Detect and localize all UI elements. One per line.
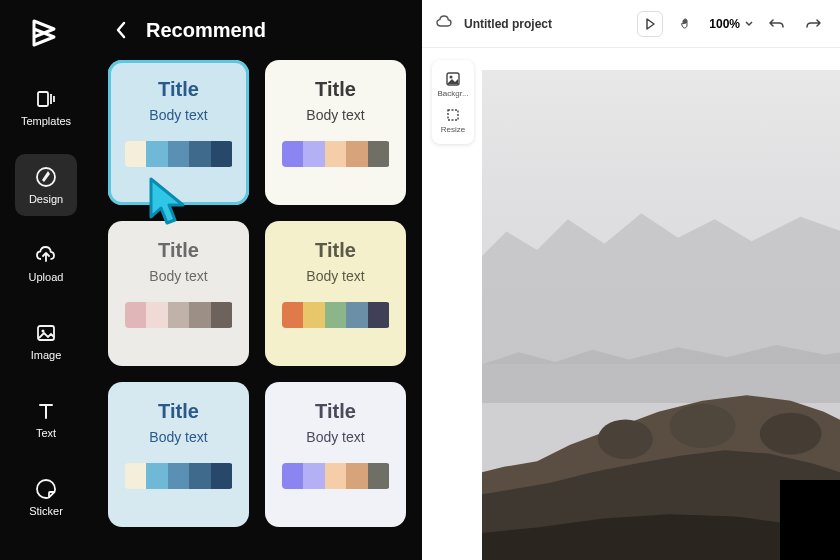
chevron-left-icon (114, 20, 128, 40)
project-title[interactable]: Untitled project (464, 17, 552, 31)
swatch (325, 463, 347, 489)
swatch-row (125, 302, 233, 328)
resize-tool[interactable]: Resize (435, 102, 471, 138)
background-tool[interactable]: Backgr... (435, 66, 471, 102)
rail-item-image[interactable]: Image (15, 310, 77, 372)
swatch (303, 141, 325, 167)
card-title: Title (158, 400, 199, 423)
swatch-row (282, 141, 390, 167)
card-body-text: Body text (149, 268, 207, 284)
undo-button[interactable] (764, 11, 790, 37)
swatch-row (125, 463, 233, 489)
swatch (368, 302, 390, 328)
swatch (146, 141, 168, 167)
zoom-control[interactable]: 100% (709, 17, 754, 31)
rail-item-sticker[interactable]: Sticker (15, 466, 77, 528)
swatch (346, 463, 368, 489)
svg-rect-0 (38, 92, 48, 106)
theme-card-4[interactable]: TitleBody text (108, 382, 249, 527)
card-body-text: Body text (306, 429, 364, 445)
swatch (168, 141, 190, 167)
swatch (189, 302, 211, 328)
rail-item-templates[interactable]: Templates (15, 76, 77, 138)
card-body-text: Body text (149, 107, 207, 123)
swatch (168, 302, 190, 328)
swatch (189, 463, 211, 489)
svg-point-9 (598, 419, 653, 459)
cloud-sync-icon (436, 15, 454, 33)
upload-icon (34, 243, 58, 267)
theme-card-2[interactable]: TitleBody text (108, 221, 249, 366)
rail-item-text[interactable]: Text (15, 388, 77, 450)
card-title: Title (315, 239, 356, 262)
play-button[interactable] (637, 11, 663, 37)
undo-icon (769, 17, 785, 31)
capcut-logo-icon (26, 17, 66, 49)
redo-button[interactable] (800, 11, 826, 37)
rail-label: Image (31, 349, 62, 361)
theme-card-1[interactable]: TitleBody text (265, 60, 406, 205)
rail-label: Sticker (29, 505, 63, 517)
swatch (125, 141, 147, 167)
theme-card-3[interactable]: TitleBody text (265, 221, 406, 366)
card-title: Title (315, 400, 356, 423)
left-rail: TemplatesDesignUploadImageTextSticker (0, 0, 92, 560)
rail-label: Upload (29, 271, 64, 283)
swatch (346, 302, 368, 328)
play-icon (644, 18, 656, 30)
topbar: Untitled project 100% (422, 0, 840, 48)
rail-item-design[interactable]: Design (15, 154, 77, 216)
swatch (325, 141, 347, 167)
swatch (368, 141, 390, 167)
theme-card-0[interactable]: TitleBody text (108, 60, 249, 205)
card-title: Title (315, 78, 356, 101)
design-icon (34, 165, 58, 189)
rail-label: Text (36, 427, 56, 439)
swatch-row (282, 463, 390, 489)
swatch (189, 141, 211, 167)
swatch (282, 463, 304, 489)
swatch (346, 141, 368, 167)
redo-icon (805, 17, 821, 31)
canvas-side-tools: Backgr... Resize (432, 60, 474, 144)
card-body-text: Body text (149, 429, 207, 445)
card-title: Title (158, 78, 199, 101)
svg-rect-8 (448, 110, 458, 120)
swatch (168, 463, 190, 489)
card-title: Title (158, 239, 199, 262)
back-button[interactable] (114, 20, 128, 40)
swatch (125, 463, 147, 489)
rail-label: Templates (21, 115, 71, 127)
swatch (211, 302, 233, 328)
swatch-row (282, 302, 390, 328)
swatch (146, 463, 168, 489)
hand-icon (679, 17, 693, 31)
rail-item-upload[interactable]: Upload (15, 232, 77, 294)
theme-card-5[interactable]: TitleBody text (265, 382, 406, 527)
card-body-text: Body text (306, 268, 364, 284)
black-corner (780, 480, 840, 560)
topbar-left: Untitled project (436, 15, 552, 33)
canvas-area: Untitled project 100% (422, 0, 840, 560)
background-label: Backgr... (437, 89, 468, 98)
resize-label: Resize (441, 125, 465, 134)
rail-label: Design (29, 193, 63, 205)
svg-point-11 (760, 412, 822, 454)
image-icon (34, 321, 58, 345)
swatch (325, 302, 347, 328)
swatch (303, 302, 325, 328)
svg-point-7 (450, 76, 453, 79)
text-icon (34, 399, 58, 423)
sticker-icon (34, 477, 58, 501)
swatch (303, 463, 325, 489)
swatch (211, 141, 233, 167)
chevron-down-icon (744, 20, 754, 28)
swatch (125, 302, 147, 328)
theme-card-grid: TitleBody textTitleBody textTitleBody te… (92, 60, 422, 527)
swatch (282, 302, 304, 328)
panel-title: Recommend (146, 19, 266, 42)
panel-header: Recommend (92, 0, 422, 60)
zoom-value: 100% (709, 17, 740, 31)
hand-tool-button[interactable] (673, 11, 699, 37)
topbar-right: 100% (637, 11, 826, 37)
